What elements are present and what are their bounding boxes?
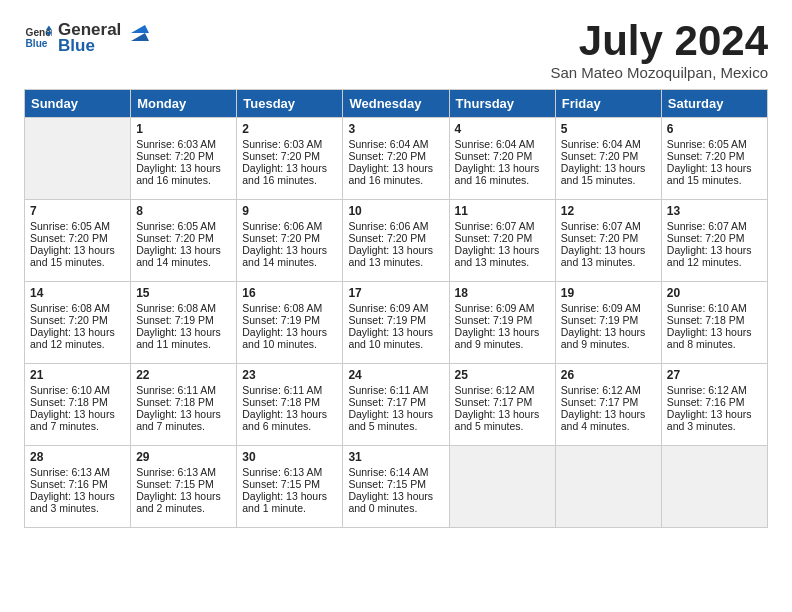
calendar-cell: 3Sunrise: 6:04 AMSunset: 7:20 PMDaylight… [343,118,449,200]
day-number: 6 [667,122,762,136]
daylight-text: Daylight: 13 hours and 2 minutes. [136,490,231,514]
sunset-text: Sunset: 7:18 PM [242,396,337,408]
title-block: July 2024 San Mateo Mozoquilpan, Mexico [550,20,768,81]
sunset-text: Sunset: 7:20 PM [242,150,337,162]
sunrise-text: Sunrise: 6:12 AM [561,384,656,396]
day-number: 27 [667,368,762,382]
calendar-cell: 13Sunrise: 6:07 AMSunset: 7:20 PMDayligh… [661,200,767,282]
header: General Blue General Blue July 2024 San … [24,20,768,81]
sunset-text: Sunset: 7:19 PM [242,314,337,326]
calendar-cell: 4Sunrise: 6:04 AMSunset: 7:20 PMDaylight… [449,118,555,200]
daylight-text: Daylight: 13 hours and 10 minutes. [242,326,337,350]
sunrise-text: Sunrise: 6:12 AM [667,384,762,396]
weekday-header-friday: Friday [555,90,661,118]
daylight-text: Daylight: 13 hours and 15 minutes. [561,162,656,186]
calendar-cell: 26Sunrise: 6:12 AMSunset: 7:17 PMDayligh… [555,364,661,446]
daylight-text: Daylight: 13 hours and 13 minutes. [561,244,656,268]
calendar-cell [661,446,767,528]
day-number: 2 [242,122,337,136]
sunset-text: Sunset: 7:19 PM [348,314,443,326]
daylight-text: Daylight: 13 hours and 16 minutes. [242,162,337,186]
day-number: 13 [667,204,762,218]
sunrise-text: Sunrise: 6:10 AM [667,302,762,314]
day-number: 7 [30,204,125,218]
sunrise-text: Sunrise: 6:08 AM [30,302,125,314]
daylight-text: Daylight: 13 hours and 16 minutes. [455,162,550,186]
day-number: 1 [136,122,231,136]
daylight-text: Daylight: 13 hours and 16 minutes. [348,162,443,186]
calendar-table: SundayMondayTuesdayWednesdayThursdayFrid… [24,89,768,528]
calendar-cell: 29Sunrise: 6:13 AMSunset: 7:15 PMDayligh… [131,446,237,528]
daylight-text: Daylight: 13 hours and 10 minutes. [348,326,443,350]
sunrise-text: Sunrise: 6:03 AM [136,138,231,150]
sunrise-text: Sunrise: 6:04 AM [348,138,443,150]
logo-icon: General Blue [24,24,52,52]
calendar-cell: 18Sunrise: 6:09 AMSunset: 7:19 PMDayligh… [449,282,555,364]
daylight-text: Daylight: 13 hours and 9 minutes. [561,326,656,350]
sunset-text: Sunset: 7:17 PM [455,396,550,408]
daylight-text: Daylight: 13 hours and 3 minutes. [30,490,125,514]
calendar-cell: 30Sunrise: 6:13 AMSunset: 7:15 PMDayligh… [237,446,343,528]
calendar-cell: 8Sunrise: 6:05 AMSunset: 7:20 PMDaylight… [131,200,237,282]
day-number: 21 [30,368,125,382]
calendar-cell: 19Sunrise: 6:09 AMSunset: 7:19 PMDayligh… [555,282,661,364]
daylight-text: Daylight: 13 hours and 5 minutes. [348,408,443,432]
daylight-text: Daylight: 13 hours and 1 minute. [242,490,337,514]
daylight-text: Daylight: 13 hours and 14 minutes. [242,244,337,268]
day-number: 19 [561,286,656,300]
sunrise-text: Sunrise: 6:11 AM [136,384,231,396]
day-number: 23 [242,368,337,382]
day-number: 10 [348,204,443,218]
day-number: 11 [455,204,550,218]
day-number: 12 [561,204,656,218]
day-number: 28 [30,450,125,464]
sunrise-text: Sunrise: 6:05 AM [667,138,762,150]
sunrise-text: Sunrise: 6:05 AM [30,220,125,232]
calendar-cell: 6Sunrise: 6:05 AMSunset: 7:20 PMDaylight… [661,118,767,200]
weekday-header-tuesday: Tuesday [237,90,343,118]
sunset-text: Sunset: 7:15 PM [136,478,231,490]
weekday-header-monday: Monday [131,90,237,118]
day-number: 17 [348,286,443,300]
daylight-text: Daylight: 13 hours and 13 minutes. [455,244,550,268]
calendar-cell: 20Sunrise: 6:10 AMSunset: 7:18 PMDayligh… [661,282,767,364]
day-number: 26 [561,368,656,382]
day-number: 25 [455,368,550,382]
day-number: 5 [561,122,656,136]
sunrise-text: Sunrise: 6:07 AM [561,220,656,232]
day-number: 20 [667,286,762,300]
day-number: 18 [455,286,550,300]
day-number: 16 [242,286,337,300]
weekday-header-thursday: Thursday [449,90,555,118]
daylight-text: Daylight: 13 hours and 6 minutes. [242,408,337,432]
daylight-text: Daylight: 13 hours and 4 minutes. [561,408,656,432]
day-number: 31 [348,450,443,464]
sunrise-text: Sunrise: 6:05 AM [136,220,231,232]
daylight-text: Daylight: 13 hours and 15 minutes. [30,244,125,268]
daylight-text: Daylight: 13 hours and 7 minutes. [136,408,231,432]
sunrise-text: Sunrise: 6:14 AM [348,466,443,478]
sunset-text: Sunset: 7:15 PM [348,478,443,490]
daylight-text: Daylight: 13 hours and 13 minutes. [348,244,443,268]
calendar-week-row: 7Sunrise: 6:05 AMSunset: 7:20 PMDaylight… [25,200,768,282]
day-number: 24 [348,368,443,382]
daylight-text: Daylight: 13 hours and 8 minutes. [667,326,762,350]
day-number: 30 [242,450,337,464]
calendar-cell [25,118,131,200]
calendar-cell [449,446,555,528]
calendar-cell: 11Sunrise: 6:07 AMSunset: 7:20 PMDayligh… [449,200,555,282]
weekday-header-wednesday: Wednesday [343,90,449,118]
sunset-text: Sunset: 7:20 PM [30,232,125,244]
calendar-cell: 25Sunrise: 6:12 AMSunset: 7:17 PMDayligh… [449,364,555,446]
sunset-text: Sunset: 7:20 PM [136,150,231,162]
daylight-text: Daylight: 13 hours and 16 minutes. [136,162,231,186]
sunset-text: Sunset: 7:17 PM [348,396,443,408]
calendar-cell: 17Sunrise: 6:09 AMSunset: 7:19 PMDayligh… [343,282,449,364]
calendar-cell: 31Sunrise: 6:14 AMSunset: 7:15 PMDayligh… [343,446,449,528]
sunrise-text: Sunrise: 6:06 AM [242,220,337,232]
weekday-header-sunday: Sunday [25,90,131,118]
daylight-text: Daylight: 13 hours and 5 minutes. [455,408,550,432]
sunrise-text: Sunrise: 6:08 AM [136,302,231,314]
sunset-text: Sunset: 7:20 PM [348,232,443,244]
sunset-text: Sunset: 7:18 PM [136,396,231,408]
